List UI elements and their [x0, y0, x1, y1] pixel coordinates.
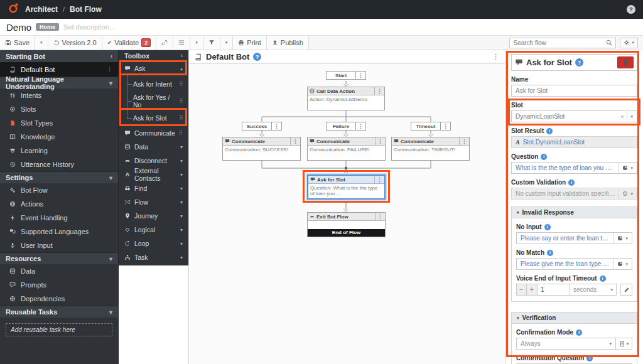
branch-failure[interactable]: Failure⋮: [326, 122, 366, 131]
toolbox-category-ask[interactable]: Ask▴: [119, 62, 188, 75]
section-starting-bot[interactable]: Starting Bot‹: [0, 50, 118, 62]
slot-result-field[interactable]: ASlot.DynamicLoanSlot: [511, 136, 637, 148]
copy-link-button[interactable]: [156, 36, 173, 50]
toolbox-item-ask-for-intent[interactable]: Ask for Intent⠿: [119, 75, 188, 92]
add-reusable-task-dropzone[interactable]: Add reusable task here: [6, 323, 112, 336]
response-mode-icon[interactable]: [617, 261, 623, 267]
kebab-menu-icon[interactable]: ⋮: [274, 124, 279, 129]
toolbox-item-ask-for-yes-no[interactable]: Ask for Yes / No⠿: [119, 92, 188, 109]
response-mode-icon[interactable]: [617, 235, 623, 241]
toolbox-category-external-contacts[interactable]: External Contacts▾: [119, 168, 188, 181]
toolbox-item-ask-for-slot[interactable]: Ask for Slot⠿: [119, 109, 188, 126]
info-icon[interactable]: i: [600, 276, 606, 282]
node-call-data-action[interactable]: Call Data Action⋮ Action: DynamicListDem…: [307, 87, 385, 110]
confirmation-mode-select[interactable]: Always▾: [516, 338, 616, 350]
name-input[interactable]: [511, 85, 637, 97]
flow-canvas[interactable]: Default Bot ? ⋮ Start ⋮ Call Data Action…: [188, 50, 505, 364]
search-icon[interactable]: [606, 40, 612, 46]
kebab-menu-icon[interactable]: ⋮: [377, 139, 383, 144]
sidebar-item-actions[interactable]: Actions: [0, 197, 118, 211]
publish-button[interactable]: Publish: [267, 36, 309, 50]
sidebar-item-slots[interactable]: Slots: [0, 102, 118, 116]
caret-down-icon[interactable]: ▾: [625, 236, 628, 241]
invalid-response-section-header[interactable]: ▾Invalid Response: [512, 207, 637, 218]
toolbox-category-flow[interactable]: Flow▾: [119, 195, 188, 209]
kebab-menu-icon[interactable]: ⋮: [377, 214, 383, 220]
custom-validation-field[interactable]: No custom input validation specified.▾: [511, 188, 637, 200]
kebab-menu-icon[interactable]: ⋮: [462, 139, 467, 144]
kebab-menu-icon[interactable]: ⋮: [293, 139, 298, 144]
info-icon[interactable]: i: [546, 128, 553, 134]
sidebar-item-default-bot[interactable]: Default Bot⋮: [0, 62, 118, 77]
drag-handle-icon[interactable]: ⠿: [179, 81, 183, 87]
node-communicate-failure[interactable]: Communicate⋮ Communication: FAILURE!: [307, 137, 386, 161]
help-icon[interactable]: ?: [627, 5, 635, 14]
version-button[interactable]: Version 2.0: [48, 36, 102, 50]
toolbox-category-find[interactable]: Find▾: [119, 181, 188, 195]
caret-down-icon[interactable]: ▾: [630, 114, 633, 119]
help-icon[interactable]: ?: [575, 58, 583, 67]
info-icon[interactable]: i: [541, 154, 547, 160]
filter-button[interactable]: [203, 36, 220, 50]
section-nlu[interactable]: Natural Language Understanding▾: [0, 77, 118, 88]
sidebar-item-data[interactable]: Data: [0, 264, 118, 278]
info-icon[interactable]: i: [576, 329, 582, 336]
list-view-button[interactable]: [173, 36, 190, 50]
kebab-menu-icon[interactable]: ⋮: [443, 124, 448, 129]
filter-menu-button[interactable]: ▾: [220, 36, 234, 50]
kebab-menu-icon[interactable]: ⋮: [107, 67, 112, 72]
help-icon[interactable]: ?: [253, 53, 261, 61]
node-start[interactable]: Start ⋮: [326, 71, 366, 80]
node-communicate-timeout[interactable]: Communicate⋮ Communication: TIMEOUT!: [391, 137, 470, 161]
toolbox-category-loop[interactable]: Loop▾: [119, 237, 188, 250]
caret-down-icon[interactable]: ▾: [625, 262, 628, 267]
timeout-value-input[interactable]: [538, 284, 570, 296]
caret-down-icon[interactable]: ▾: [630, 191, 633, 196]
info-icon[interactable]: i: [568, 179, 575, 186]
toolbox-category-disconnect[interactable]: Disconnect▾: [119, 154, 188, 168]
section-reusable-tasks[interactable]: Reusable Tasks▾: [0, 306, 118, 318]
edit-expression-button[interactable]: [620, 284, 632, 296]
mode-options-button[interactable]: ▾: [616, 338, 632, 350]
decrement-button[interactable]: −: [516, 284, 527, 296]
breadcrumb-app[interactable]: Architect: [25, 5, 58, 14]
toolbox-category-data[interactable]: Data▾: [119, 140, 188, 154]
kebab-menu-icon[interactable]: ⋮: [492, 53, 499, 61]
print-button[interactable]: Print: [233, 36, 267, 50]
section-settings[interactable]: Settings▾: [0, 171, 118, 183]
sidebar-item-supported-languages[interactable]: Supported Languages: [0, 225, 118, 238]
toolbox-category-task[interactable]: Task▾: [119, 250, 188, 264]
drag-handle-icon[interactable]: ⠿: [179, 115, 183, 121]
info-icon[interactable]: i: [544, 224, 551, 230]
branch-timeout[interactable]: Timeout⋮: [411, 122, 451, 131]
verification-section-header[interactable]: ▾Verification: [512, 313, 637, 324]
kebab-menu-icon[interactable]: ⋮: [377, 177, 382, 183]
no-validation-icon[interactable]: [622, 191, 628, 196]
clear-icon[interactable]: ×: [620, 114, 624, 120]
info-icon[interactable]: i: [547, 250, 553, 256]
info-icon[interactable]: i: [586, 355, 593, 361]
toolbox-item-communicate[interactable]: Communicate⠿: [119, 126, 188, 140]
sidebar-item-bot-flow[interactable]: Bot Flow: [0, 183, 118, 197]
node-ask-for-slot[interactable]: Ask for Slot⋮ Question: What is the the …: [307, 174, 386, 200]
save-button[interactable]: Save: [0, 36, 35, 50]
branch-success[interactable]: Success⋮: [242, 122, 282, 131]
response-mode-icon[interactable]: [622, 165, 628, 171]
delete-action-button[interactable]: [617, 56, 634, 68]
drag-handle-icon[interactable]: ⠿: [179, 98, 183, 104]
kebab-menu-icon[interactable]: ⋮: [377, 88, 382, 94]
section-resources[interactable]: Resources▾: [0, 252, 118, 264]
sidebar-item-utterance-history[interactable]: Utterance History: [0, 158, 118, 171]
question-field[interactable]: What is the the type of loan you want?▾: [511, 162, 637, 174]
node-exit-bot-flow[interactable]: Exit Bot Flow⋮ End of Flow: [307, 212, 386, 237]
sidebar-item-user-input[interactable]: User Input: [0, 238, 118, 252]
node-communicate-success[interactable]: Communicate⋮ Communication: SUCCESS!: [222, 137, 301, 161]
drag-handle-icon[interactable]: ⠿: [179, 130, 183, 136]
kebab-menu-icon[interactable]: ⋮: [358, 124, 364, 129]
no-match-field[interactable]: Please give me the loan type again.▾: [516, 258, 632, 270]
sidebar-item-slot-types[interactable]: Slot Types: [0, 116, 118, 130]
validate-button[interactable]: ✔Validate2: [102, 36, 157, 50]
sidebar-item-dependencies[interactable]: Dependencies: [0, 292, 118, 306]
sidebar-item-knowledge[interactable]: Knowledge: [0, 130, 118, 144]
save-menu-button[interactable]: ▾: [35, 36, 48, 50]
